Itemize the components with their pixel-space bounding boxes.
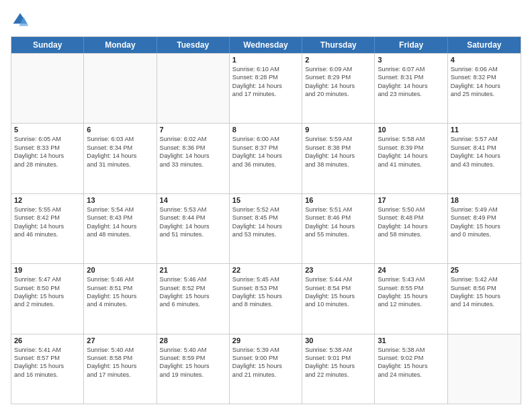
cell-text: Sunset: 8:36 PM: [160, 144, 226, 152]
cell-text: and 46 minutes.: [14, 230, 81, 238]
calendar-cell: [448, 334, 521, 404]
calendar-cell: [157, 54, 230, 123]
calendar-cell: 9Sunrise: 5:59 AMSunset: 8:38 PMDaylight…: [302, 124, 375, 193]
cell-text: Sunrise: 6:05 AM: [14, 135, 81, 143]
day-number: 26: [14, 336, 81, 345]
calendar-cell: 5Sunrise: 6:05 AMSunset: 8:33 PMDaylight…: [11, 124, 84, 193]
day-number: 12: [14, 196, 81, 204]
calendar-cell: 30Sunrise: 5:38 AMSunset: 9:01 PMDayligh…: [302, 334, 375, 404]
cell-text: Sunrise: 5:42 AM: [451, 275, 518, 283]
day-number: 28: [160, 336, 226, 345]
calendar-cell: 24Sunrise: 5:43 AMSunset: 8:55 PMDayligh…: [375, 264, 447, 333]
day-number: 21: [160, 266, 226, 274]
cell-text: Daylight: 15 hours: [378, 292, 444, 300]
cell-text: Sunrise: 5:47 AM: [14, 275, 81, 283]
day-number: 6: [87, 126, 153, 134]
cell-text: Daylight: 14 hours: [378, 82, 444, 90]
cell-text: Daylight: 15 hours: [160, 292, 226, 300]
cell-text: Sunset: 8:43 PM: [87, 214, 153, 222]
calendar-cell: 25Sunrise: 5:42 AMSunset: 8:56 PMDayligh…: [448, 264, 521, 333]
calendar-cell: 3Sunrise: 6:07 AMSunset: 8:31 PMDaylight…: [375, 54, 447, 123]
day-number: 25: [451, 266, 518, 274]
cell-text: Sunset: 8:49 PM: [451, 214, 518, 222]
cell-text: Sunrise: 5:54 AM: [87, 205, 153, 214]
cell-text: Daylight: 14 hours: [232, 222, 299, 230]
calendar-cell: 17Sunrise: 5:50 AMSunset: 8:48 PMDayligh…: [375, 194, 447, 263]
cell-text: and 20 minutes.: [305, 90, 371, 98]
day-number: 14: [160, 196, 226, 204]
cell-text: Daylight: 15 hours: [451, 292, 518, 300]
header-day-wednesday: Wednesday: [230, 37, 302, 53]
cell-text: Daylight: 15 hours: [305, 362, 371, 370]
day-number: 7: [160, 126, 226, 134]
day-number: 9: [305, 126, 371, 134]
calendar-cell: 15Sunrise: 5:52 AMSunset: 8:45 PMDayligh…: [230, 194, 302, 263]
calendar-body: 1Sunrise: 6:10 AMSunset: 8:28 PMDaylight…: [11, 53, 521, 404]
calendar: SundayMondayTuesdayWednesdayThursdayFrid…: [11, 36, 521, 404]
cell-text: Sunset: 8:31 PM: [378, 73, 444, 81]
calendar-cell: 6Sunrise: 6:03 AMSunset: 8:34 PMDaylight…: [84, 124, 157, 193]
cell-text: and 12 minutes.: [378, 300, 444, 308]
calendar-cell: 7Sunrise: 6:02 AMSunset: 8:36 PMDaylight…: [157, 124, 230, 193]
calendar-cell: 19Sunrise: 5:47 AMSunset: 8:50 PMDayligh…: [11, 264, 84, 333]
cell-text: Sunset: 8:41 PM: [451, 144, 518, 152]
cell-text: Sunrise: 5:57 AM: [451, 135, 518, 143]
day-number: 31: [378, 336, 444, 345]
cell-text: Daylight: 14 hours: [14, 152, 81, 160]
day-number: 23: [305, 266, 371, 274]
cell-text: Sunset: 8:32 PM: [451, 73, 518, 81]
cell-text: Sunrise: 5:53 AM: [160, 205, 226, 214]
logo-icon: [11, 11, 30, 30]
cell-text: Sunset: 8:51 PM: [87, 284, 153, 292]
header-day-friday: Friday: [375, 37, 447, 53]
cell-text: Sunset: 8:33 PM: [14, 144, 81, 152]
calendar-cell: 2Sunrise: 6:09 AMSunset: 8:29 PMDaylight…: [302, 54, 375, 123]
cell-text: and 24 minutes.: [378, 371, 444, 379]
calendar-row-2: 12Sunrise: 5:55 AMSunset: 8:42 PMDayligh…: [11, 193, 521, 263]
header-day-sunday: Sunday: [11, 37, 84, 53]
cell-text: Sunset: 8:29 PM: [305, 73, 371, 81]
day-number: 19: [14, 266, 81, 274]
calendar-cell: 11Sunrise: 5:57 AMSunset: 8:41 PMDayligh…: [448, 124, 521, 193]
calendar-row-0: 1Sunrise: 6:10 AMSunset: 8:28 PMDaylight…: [11, 53, 521, 123]
header-day-thursday: Thursday: [302, 37, 375, 53]
cell-text: and 31 minutes.: [87, 161, 153, 169]
cell-text: Sunrise: 5:40 AM: [160, 346, 226, 354]
cell-text: and 43 minutes.: [451, 161, 518, 169]
cell-text: Sunrise: 6:07 AM: [378, 65, 444, 73]
cell-text: and 51 minutes.: [160, 230, 226, 238]
cell-text: and 17 minutes.: [87, 371, 153, 379]
calendar-row-4: 26Sunrise: 5:41 AMSunset: 8:57 PMDayligh…: [11, 334, 521, 404]
cell-text: Sunrise: 5:52 AM: [232, 205, 299, 214]
day-number: 16: [305, 196, 371, 204]
day-number: 17: [378, 196, 444, 204]
calendar-cell: 23Sunrise: 5:44 AMSunset: 8:54 PMDayligh…: [302, 264, 375, 333]
cell-text: and 21 minutes.: [232, 371, 299, 379]
cell-text: Sunrise: 5:45 AM: [232, 275, 299, 283]
cell-text: Daylight: 14 hours: [87, 152, 153, 160]
calendar-cell: [11, 54, 84, 123]
cell-text: and 0 minutes.: [451, 230, 518, 238]
header-day-monday: Monday: [84, 37, 157, 53]
cell-text: Daylight: 15 hours: [378, 362, 444, 370]
cell-text: Sunset: 8:57 PM: [14, 354, 81, 362]
day-number: 30: [305, 336, 371, 345]
cell-text: Daylight: 15 hours: [305, 292, 371, 300]
cell-text: Sunset: 8:46 PM: [305, 214, 371, 222]
cell-text: Daylight: 15 hours: [14, 292, 81, 300]
day-number: 22: [232, 266, 299, 274]
cell-text: and 8 minutes.: [232, 300, 299, 308]
cell-text: Sunset: 8:34 PM: [87, 144, 153, 152]
cell-text: Daylight: 15 hours: [232, 362, 299, 370]
cell-text: Sunrise: 5:40 AM: [87, 346, 153, 354]
cell-text: and 58 minutes.: [378, 230, 444, 238]
day-number: 3: [378, 56, 444, 64]
cell-text: Daylight: 14 hours: [451, 152, 518, 160]
calendar-cell: 4Sunrise: 6:06 AMSunset: 8:32 PMDaylight…: [448, 54, 521, 123]
cell-text: Sunrise: 6:03 AM: [87, 135, 153, 143]
day-number: 20: [87, 266, 153, 274]
cell-text: and 53 minutes.: [232, 230, 299, 238]
cell-text: Daylight: 15 hours: [14, 362, 81, 370]
cell-text: Daylight: 14 hours: [160, 152, 226, 160]
cell-text: Sunrise: 6:09 AM: [305, 65, 371, 73]
